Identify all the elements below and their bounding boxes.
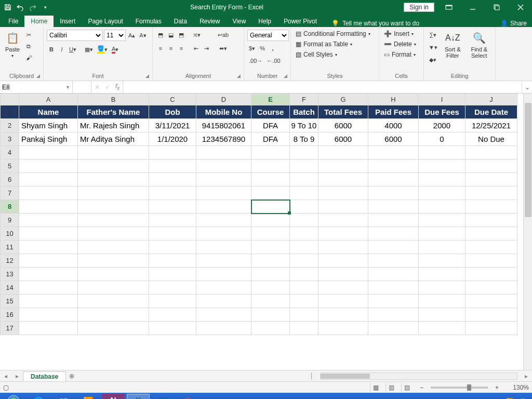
row-header[interactable]: 14 xyxy=(1,281,19,295)
cell[interactable] xyxy=(251,268,290,281)
cell[interactable] xyxy=(149,187,196,200)
sheet-tab-database[interactable]: Database xyxy=(23,371,66,381)
comma-format-button[interactable]: , xyxy=(268,43,277,54)
vscroll-thumb[interactable] xyxy=(525,103,531,217)
cell[interactable] xyxy=(318,214,368,227)
cell[interactable] xyxy=(19,173,78,187)
fx-icon[interactable]: fx xyxy=(115,83,119,91)
cell[interactable] xyxy=(149,200,196,214)
decrease-decimal-button[interactable]: ←.00 xyxy=(265,56,282,66)
cell[interactable] xyxy=(149,322,196,335)
find-select-button[interactable]: 🔍 Find & Select xyxy=(467,30,492,60)
close-button[interactable] xyxy=(509,0,532,15)
page-layout-view-button[interactable]: ▥ xyxy=(385,383,397,392)
cell[interactable] xyxy=(419,214,466,227)
tab-view[interactable]: View xyxy=(227,16,252,27)
row-header[interactable]: 6 xyxy=(1,173,19,187)
row-header[interactable]: 13 xyxy=(1,268,19,281)
cell[interactable] xyxy=(149,214,196,227)
align-middle-button[interactable]: ⬓ xyxy=(166,30,176,40)
increase-font-button[interactable]: A▴ xyxy=(127,30,137,41)
tab-help[interactable]: Help xyxy=(252,16,277,27)
cell[interactable] xyxy=(196,281,251,295)
alignment-dialog-icon[interactable]: ◢ xyxy=(237,73,241,78)
ribbon-display-icon[interactable] xyxy=(437,0,460,15)
cell[interactable] xyxy=(290,281,318,295)
cell[interactable]: Shyam Singh xyxy=(19,119,78,132)
cell[interactable] xyxy=(78,295,149,308)
cell[interactable] xyxy=(466,308,517,322)
cell[interactable] xyxy=(78,214,149,227)
cell[interactable]: 3/11/2021 xyxy=(149,119,196,132)
zoom-in-button[interactable]: + xyxy=(492,384,502,391)
cell[interactable] xyxy=(318,295,368,308)
autosum-button[interactable]: ∑▾ xyxy=(427,30,439,40)
row-header[interactable]: 8 xyxy=(1,200,19,214)
cell[interactable] xyxy=(196,187,251,200)
cell[interactable] xyxy=(196,322,251,335)
insert-cells-button[interactable]: ➕Insert▾ xyxy=(382,30,415,38)
cancel-formula-icon[interactable]: ✕ xyxy=(95,84,100,91)
cell[interactable] xyxy=(19,187,78,200)
row-header[interactable]: 9 xyxy=(1,214,19,227)
cell[interactable] xyxy=(149,308,196,322)
cell[interactable] xyxy=(368,281,419,295)
sort-filter-button[interactable]: A↓Z Sort & Filter xyxy=(441,30,464,60)
font-size-select[interactable]: 11 xyxy=(104,30,126,41)
cell[interactable] xyxy=(419,295,466,308)
cell[interactable] xyxy=(318,200,368,214)
font-name-select[interactable]: Calibri xyxy=(47,30,103,41)
cell[interactable] xyxy=(19,159,78,173)
tab-review[interactable]: Review xyxy=(193,16,226,27)
cell[interactable] xyxy=(419,281,466,295)
cell[interactable]: Batch xyxy=(290,105,318,119)
cell[interactable] xyxy=(466,200,517,214)
fill-color-button[interactable]: 🪣▾ xyxy=(96,44,109,55)
tab-page-layout[interactable]: Page Layout xyxy=(82,16,129,27)
cell[interactable]: Mobile No xyxy=(196,105,251,119)
taskbar-word[interactable]: W xyxy=(152,394,175,399)
cell[interactable] xyxy=(19,214,78,227)
hscroll-thumb[interactable] xyxy=(321,374,370,379)
increase-indent-button[interactable]: ⇥ xyxy=(202,43,211,54)
cell[interactable] xyxy=(466,322,517,335)
cell[interactable] xyxy=(149,146,196,159)
col-header-I[interactable]: I xyxy=(419,94,466,105)
maximize-button[interactable] xyxy=(485,0,508,15)
cell[interactable] xyxy=(290,187,318,200)
cell[interactable] xyxy=(196,200,251,214)
cell[interactable] xyxy=(290,241,318,254)
cell[interactable] xyxy=(318,308,368,322)
cell[interactable] xyxy=(368,187,419,200)
cell[interactable] xyxy=(251,227,290,241)
cell[interactable] xyxy=(19,295,78,308)
col-header-D[interactable]: D xyxy=(196,94,251,105)
row-header[interactable]: 3 xyxy=(1,132,19,146)
cell[interactable] xyxy=(251,254,290,268)
cell[interactable]: 4000 xyxy=(368,119,419,132)
cell[interactable] xyxy=(251,281,290,295)
undo-icon[interactable] xyxy=(16,3,25,12)
cell[interactable]: Mr Aditya Singh xyxy=(78,132,149,146)
row-header[interactable]: 15 xyxy=(1,295,19,308)
cell[interactable] xyxy=(251,241,290,254)
cell[interactable]: 6000 xyxy=(368,132,419,146)
cell[interactable] xyxy=(466,281,517,295)
cell[interactable]: Mr. Rajesh Singh xyxy=(78,119,149,132)
cell[interactable] xyxy=(196,268,251,281)
row-header[interactable]: 2 xyxy=(1,119,19,132)
cell[interactable] xyxy=(318,268,368,281)
cell[interactable] xyxy=(419,173,466,187)
sign-in-button[interactable]: Sign in xyxy=(404,3,434,12)
sheet-nav-next[interactable]: ▸ xyxy=(11,370,23,382)
cell[interactable] xyxy=(251,146,290,159)
redo-icon[interactable] xyxy=(28,3,37,12)
cell[interactable]: 9 To 10 xyxy=(290,119,318,132)
zoom-out-button[interactable]: − xyxy=(417,384,427,391)
cell[interactable]: 2000 xyxy=(419,119,466,132)
start-button[interactable] xyxy=(2,394,25,399)
cell[interactable] xyxy=(368,146,419,159)
underline-button[interactable]: U▾ xyxy=(68,44,78,55)
cell[interactable] xyxy=(19,146,78,159)
row-header[interactable]: 17 xyxy=(1,322,19,335)
